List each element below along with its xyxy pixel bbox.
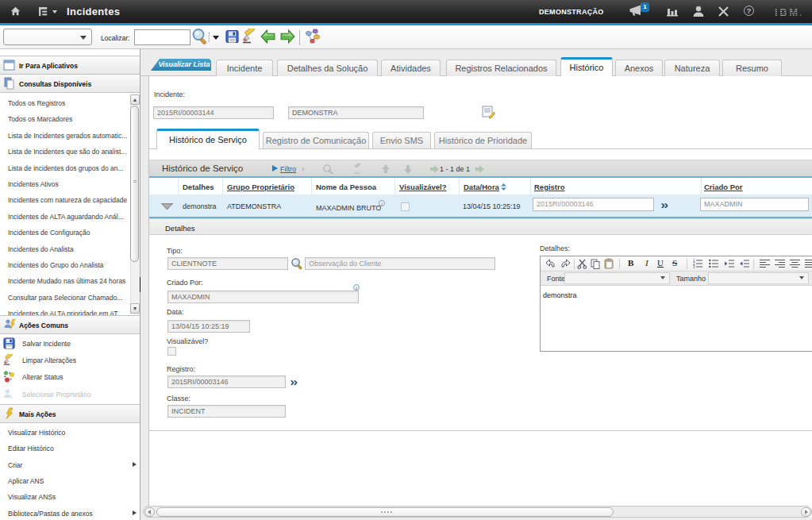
svg-text:3: 3 xyxy=(693,265,695,268)
svg-text:IBM: IBM xyxy=(775,6,798,17)
